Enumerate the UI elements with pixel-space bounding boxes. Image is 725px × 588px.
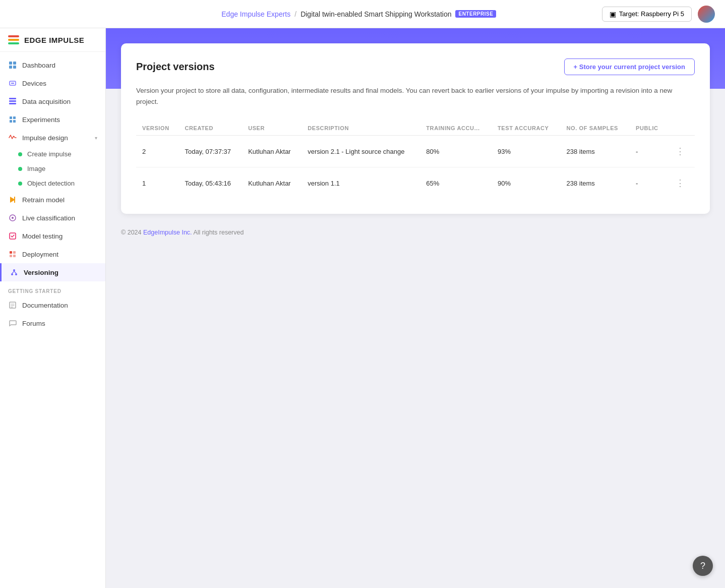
- sidebar-item-dashboard[interactable]: Dashboard: [0, 56, 105, 74]
- sidebar-item-forums[interactable]: Forums: [0, 314, 105, 332]
- svg-rect-8: [9, 103, 16, 104]
- table-body: 2 Today, 07:37:37 Kutluhan Aktar version…: [136, 136, 695, 199]
- sidebar-item-data-acquisition[interactable]: Data acquisition: [0, 92, 105, 110]
- svg-rect-7: [9, 100, 16, 102]
- impulse-icon: [8, 133, 17, 142]
- cell-created: Today, 05:43:16: [179, 167, 243, 199]
- sidebar-subitem-image[interactable]: Image: [0, 161, 105, 176]
- page-description: Version your project to store all data, …: [136, 85, 695, 107]
- chevron-down-icon: ▾: [95, 135, 97, 141]
- svg-rect-9: [10, 116, 12, 119]
- sidebar-item-label: Experiments: [22, 116, 97, 124]
- cell-version: 2: [136, 136, 179, 167]
- top-header: Edge Impulse Experts / Digital twin-enab…: [0, 0, 725, 28]
- row-more-button[interactable]: ⋮: [674, 175, 687, 191]
- versions-table: VERSION CREATED USER DESCRIPTION TRAININ…: [136, 121, 695, 199]
- cell-user: Kutluhan Aktar: [242, 167, 301, 199]
- sidebar-subitem-label: Image: [27, 165, 45, 172]
- cell-training-accuracy: 65%: [420, 167, 492, 199]
- col-test-accuracy: TEST ACCURACY: [492, 121, 560, 136]
- svg-point-24: [15, 273, 17, 275]
- sidebar-nav: Dashboard Devices Data acquisition Exper…: [0, 52, 105, 588]
- store-version-button[interactable]: + Store your current project version: [564, 58, 695, 75]
- svg-rect-11: [10, 120, 12, 123]
- copyright: © 2024: [121, 229, 142, 236]
- logo-bar-red: [8, 35, 19, 37]
- table-row: 2 Today, 07:37:37 Kutluhan Aktar version…: [136, 136, 695, 167]
- forums-icon: [8, 319, 17, 328]
- sidebar-item-label: Model testing: [22, 232, 97, 240]
- svg-rect-18: [10, 251, 12, 254]
- col-description: DESCRIPTION: [301, 121, 420, 136]
- dashboard-icon: [8, 61, 17, 70]
- data-icon: [8, 97, 17, 106]
- svg-rect-21: [13, 255, 16, 257]
- sidebar-subitem-label: Object detection: [27, 180, 75, 187]
- logo: EDGE IMPULSE: [0, 28, 105, 52]
- sidebar-item-model-testing[interactable]: Model testing: [0, 227, 105, 245]
- project-name: Digital twin-enabled Smart Shipping Work…: [300, 10, 451, 18]
- sidebar-item-label: Forums: [22, 320, 97, 327]
- sidebar-item-impulse-design[interactable]: Impulse design ▾: [0, 129, 105, 147]
- sidebar-item-label: Impulse design: [22, 134, 90, 142]
- svg-marker-14: [14, 197, 15, 203]
- versioning-icon: [10, 268, 19, 277]
- project-versions-card: Project versions + Store your current pr…: [121, 43, 710, 214]
- company-link[interactable]: EdgeImpulse Inc.: [143, 229, 192, 236]
- col-actions: [668, 121, 695, 136]
- avatar[interactable]: [698, 6, 715, 23]
- sidebar-item-live-classification[interactable]: Live classification: [0, 209, 105, 227]
- col-user: USER: [242, 121, 301, 136]
- svg-rect-12: [13, 120, 16, 123]
- table-row: 1 Today, 05:43:16 Kutluhan Aktar version…: [136, 167, 695, 199]
- enterprise-badge: ENTERPRISE: [455, 10, 496, 18]
- breadcrumb-separator: /: [294, 10, 296, 18]
- svg-rect-2: [9, 66, 12, 69]
- sidebar-item-label: Versioning: [24, 269, 97, 276]
- sidebar-item-label: Data acquisition: [22, 98, 97, 105]
- svg-line-26: [14, 271, 16, 273]
- svg-rect-0: [9, 62, 12, 65]
- sidebar-item-deployment[interactable]: Deployment: [0, 245, 105, 263]
- cell-user: Kutluhan Aktar: [242, 136, 301, 167]
- sidebar-subitem-create-impulse[interactable]: Create impulse: [0, 147, 105, 161]
- main-content: Project versions + Store your current pr…: [106, 28, 725, 588]
- svg-rect-19: [13, 251, 16, 254]
- sidebar-item-versioning[interactable]: Versioning: [0, 263, 105, 281]
- target-button[interactable]: ▣ Target: Raspberry Pi 5: [602, 7, 692, 22]
- sidebar-item-label: Devices: [22, 80, 97, 87]
- experts-link[interactable]: Edge Impulse Experts: [221, 10, 290, 18]
- svg-rect-10: [13, 116, 16, 119]
- main-layout: EDGE IMPULSE Dashboard Devices Data acqu: [0, 28, 725, 588]
- cell-public: -: [630, 167, 668, 199]
- sidebar-subitem-label: Create impulse: [27, 150, 71, 158]
- cell-test-accuracy: 90%: [492, 167, 560, 199]
- cell-created: Today, 07:37:37: [179, 136, 243, 167]
- sidebar-subitem-object-detection[interactable]: Object detection: [0, 176, 105, 191]
- sidebar-item-retrain-model[interactable]: Retrain model: [0, 191, 105, 209]
- liveclassify-icon: [8, 213, 17, 222]
- sidebar-item-documentation[interactable]: Documentation: [0, 296, 105, 314]
- row-more-button[interactable]: ⋮: [674, 144, 687, 159]
- logo-text: EDGE IMPULSE: [24, 36, 84, 44]
- col-version: VERSION: [136, 121, 179, 136]
- col-training-accuracy: TRAINING ACCU...: [420, 121, 492, 136]
- table-header: VERSION CREATED USER DESCRIPTION TRAININ…: [136, 121, 695, 136]
- col-created: CREATED: [179, 121, 243, 136]
- sidebar: EDGE IMPULSE Dashboard Devices Data acqu: [0, 28, 106, 588]
- testing-icon: [8, 231, 17, 241]
- sidebar-item-devices[interactable]: Devices: [0, 74, 105, 92]
- deployment-icon: [8, 250, 17, 259]
- col-no-of-samples: NO. OF SAMPLES: [560, 121, 630, 136]
- sidebar-item-experiments[interactable]: Experiments: [0, 110, 105, 129]
- cell-version: 1: [136, 167, 179, 199]
- logo-bar-green: [8, 42, 19, 44]
- logo-bar-orange: [8, 39, 19, 41]
- svg-rect-3: [13, 66, 16, 69]
- footer: © 2024 EdgeImpulse Inc. All rights reser…: [121, 229, 710, 236]
- cell-actions: ⋮: [668, 167, 695, 199]
- cell-description: version 2.1 - Light source change: [301, 136, 420, 167]
- header-center: Edge Impulse Experts / Digital twin-enab…: [221, 10, 496, 18]
- cell-training-accuracy: 80%: [420, 136, 492, 167]
- help-button[interactable]: ?: [693, 556, 713, 576]
